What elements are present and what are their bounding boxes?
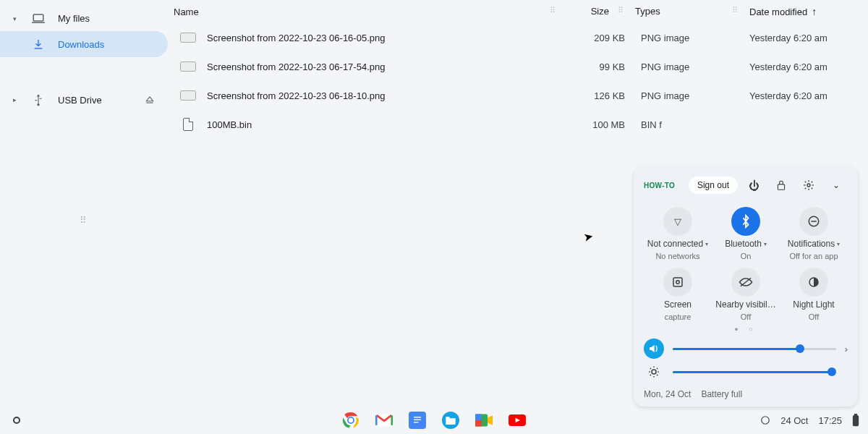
- col-grip-icon[interactable]: ⠿: [732, 6, 738, 17]
- quick-settings-panel: HOW-TO Sign out ⏻ ⌄ ▽ Not connected▾ No …: [634, 166, 858, 407]
- sidebar-item-label: USB Drive: [58, 95, 102, 106]
- shelf: 24 Oct 17:25: [0, 407, 868, 434]
- tile-label: Bluetooth: [725, 239, 762, 249]
- tray-time: 17:25: [818, 415, 842, 426]
- sidebar-drag-handle[interactable]: ⠿: [0, 215, 168, 226]
- table-row[interactable]: Screenshot from 2022-10-23 06-17-54.png …: [168, 52, 868, 81]
- dropdown-icon: ▾: [764, 241, 767, 247]
- tile-screen-capture[interactable]: Screen capture: [644, 268, 712, 321]
- file-name: Screenshot from 2022-10-23 06-16-05.png: [207, 33, 571, 43]
- tile-label: Not connected: [647, 239, 703, 249]
- col-name[interactable]: Name: [174, 7, 199, 17]
- chrome-icon[interactable]: [342, 412, 359, 429]
- sidebar-item-downloads[interactable]: Downloads: [0, 31, 168, 57]
- table-row[interactable]: Screenshot from 2022-10-23 06-16-05.png …: [168, 23, 868, 52]
- files-icon[interactable]: [442, 412, 459, 429]
- svg-rect-22: [414, 422, 418, 422]
- chevron-right-icon: ▸: [13, 96, 19, 103]
- laptop-icon: [32, 14, 45, 24]
- tile-label: Night Light: [793, 299, 834, 310]
- file-name: 100MB.bin: [207, 119, 571, 130]
- file-size: 99 KB: [571, 61, 629, 72]
- svg-rect-19: [391, 415, 393, 425]
- brightness-slider[interactable]: [644, 362, 848, 382]
- tile-sub: No networks: [655, 252, 699, 260]
- image-thumb-icon: [179, 88, 197, 103]
- col-size[interactable]: Size: [591, 6, 609, 17]
- power-icon[interactable]: ⏻: [742, 174, 765, 197]
- table-row[interactable]: Screenshot from 2022-10-23 06-18-10.png …: [168, 81, 868, 110]
- sign-out-button[interactable]: Sign out: [689, 176, 738, 194]
- wifi-outline-icon: ▽: [663, 207, 692, 236]
- file-type: BIN f: [629, 119, 738, 130]
- arrow-up-icon: ↑: [812, 6, 817, 17]
- svg-rect-4: [40, 98, 42, 99]
- svg-rect-0: [33, 14, 43, 21]
- usb-icon: [32, 93, 45, 106]
- dnd-icon: [799, 207, 828, 236]
- svg-rect-7: [778, 184, 784, 190]
- svg-rect-21: [414, 420, 421, 420]
- sidebar-item-myfiles[interactable]: ▾ My files: [0, 6, 168, 31]
- dropdown-icon: ▾: [705, 241, 708, 247]
- file-type: PNG image: [629, 33, 738, 43]
- svg-rect-1: [32, 22, 45, 23]
- visibility-off-icon: [731, 268, 760, 297]
- col-date[interactable]: Date modified: [749, 7, 807, 17]
- col-grip-icon[interactable]: ⠿: [550, 6, 556, 17]
- download-icon: [32, 38, 45, 50]
- file-size: 209 KB: [571, 33, 629, 43]
- svg-rect-10: [673, 278, 682, 286]
- file-date: Yesterday 6:20 am: [738, 33, 861, 43]
- image-thumb-icon: [179, 30, 197, 45]
- file-date: Yesterday 6:20 am: [738, 61, 861, 72]
- svg-rect-24: [475, 414, 482, 420]
- tile-night-light[interactable]: Night Light Off: [780, 268, 848, 321]
- file-icon: [179, 117, 197, 132]
- tile-label: Screen: [664, 299, 692, 310]
- meet-icon[interactable]: [475, 412, 493, 429]
- tile-nearby[interactable]: Nearby visibil… Off: [712, 268, 780, 321]
- tile-sub: Off: [809, 312, 819, 321]
- sidebar-item-usb[interactable]: ▸ USB Drive: [0, 86, 168, 114]
- col-grip-icon[interactable]: ⠿: [618, 6, 624, 17]
- table-row[interactable]: 100MB.bin 100 MB BIN f: [168, 110, 868, 139]
- tile-label: Nearby visibil…: [715, 299, 775, 310]
- qs-battery[interactable]: Battery full: [701, 389, 742, 399]
- youtube-icon[interactable]: [509, 412, 526, 429]
- tile-notifications[interactable]: Notifications▾ Off for an app: [780, 207, 848, 260]
- docs-icon[interactable]: [409, 412, 426, 429]
- qs-date[interactable]: Mon, 24 Oct: [644, 389, 691, 399]
- night-light-icon: [799, 268, 828, 297]
- volume-slider[interactable]: ›: [644, 339, 848, 359]
- svg-rect-25: [475, 420, 482, 427]
- tile-label: Notifications: [788, 239, 835, 249]
- lock-icon[interactable]: [770, 174, 793, 197]
- svg-rect-28: [854, 416, 859, 426]
- page-dots[interactable]: ● ○: [644, 326, 848, 333]
- chevron-right-icon[interactable]: ›: [845, 344, 848, 354]
- svg-rect-29: [855, 414, 857, 416]
- system-tray[interactable]: 24 Oct 17:25: [760, 414, 859, 427]
- chevron-down-icon[interactable]: ⌄: [825, 174, 848, 197]
- settings-icon[interactable]: [797, 174, 820, 197]
- tile-network[interactable]: ▽ Not connected▾ No networks: [644, 207, 712, 260]
- col-types[interactable]: Types: [635, 6, 660, 17]
- file-type: PNG image: [629, 90, 738, 101]
- tray-date: 24 Oct: [780, 415, 808, 426]
- volume-icon: [644, 339, 664, 359]
- sidebar-item-label: Downloads: [58, 39, 104, 50]
- tile-sub: capture: [665, 312, 692, 321]
- gmail-icon[interactable]: [375, 412, 393, 429]
- eject-icon[interactable]: [145, 95, 155, 104]
- svg-rect-5: [35, 100, 38, 101]
- svg-rect-6: [146, 103, 153, 103]
- indicator-icon: [760, 415, 770, 425]
- brightness-icon: [644, 362, 664, 382]
- howto-label: HOW-TO: [644, 182, 675, 190]
- file-size: 126 KB: [571, 90, 629, 101]
- svg-point-13: [652, 370, 656, 374]
- launcher-button[interactable]: [13, 417, 20, 424]
- svg-point-8: [807, 184, 810, 187]
- tile-bluetooth[interactable]: Bluetooth▾ On: [712, 207, 780, 260]
